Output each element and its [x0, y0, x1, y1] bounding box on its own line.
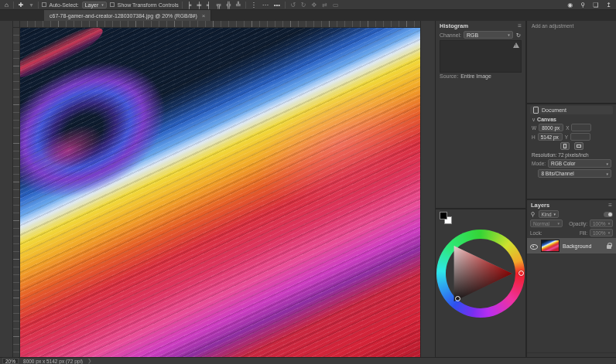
document-icon — [533, 107, 539, 114]
show-transform-label: Show Transform Controls — [118, 2, 179, 8]
width-field[interactable]: 8000 px — [539, 124, 563, 131]
hue-marker[interactable] — [518, 270, 524, 276]
align-right-edges-icon[interactable]: ╡ — [205, 2, 213, 9]
histogram-panel: Histogram ≡ Channel: RGB▾ ↻ Source: Enti… — [436, 21, 525, 208]
source-label: Source: — [440, 73, 458, 79]
resolution-text: Resolution: 72 pixels/inch — [527, 151, 616, 158]
share-icon[interactable]: ↥ — [604, 2, 613, 9]
3d-pan-icon[interactable]: ✥ — [310, 2, 319, 9]
filter-kind-dropdown[interactable]: Kind▾ — [539, 210, 560, 218]
home-icon[interactable]: ⌂ — [3, 2, 10, 9]
channel-dropdown[interactable]: RGB▾ — [464, 31, 513, 39]
warning-icon[interactable] — [513, 43, 519, 48]
show-transform-checkbox[interactable] — [110, 2, 115, 7]
canvas-image[interactable] — [20, 28, 420, 357]
canvas-area — [13, 21, 420, 357]
opacity-field[interactable]: 100%▾ — [590, 219, 613, 227]
3d-roll-icon[interactable]: ↻ — [299, 2, 308, 9]
divider — [13, 2, 14, 9]
blend-mode-value: Normal — [533, 221, 549, 226]
distribute-icons-group: ⋮⋯••• — [249, 2, 282, 9]
search-icon[interactable]: ⚲ — [579, 2, 587, 9]
y-field[interactable] — [570, 133, 590, 141]
layers-panel: Layers ≡ ⚲ Kind▾ Normal▾ Opacity: 100%▾ … — [527, 200, 616, 357]
foreground-swatch[interactable] — [440, 212, 447, 219]
collapsed-panel-dock — [420, 21, 436, 357]
fill-value: 100% — [593, 230, 606, 236]
portrait-orientation-button[interactable] — [560, 142, 570, 150]
panel-menu-icon[interactable]: ≡ — [518, 22, 522, 29]
section-chevron-icon: ∨ — [532, 117, 536, 122]
workspace-icon[interactable]: ❏ — [591, 2, 600, 9]
fill-label: Fill: — [580, 230, 587, 236]
layer-thumbnail[interactable] — [541, 240, 560, 252]
uncached-refresh-icon[interactable]: ↻ — [515, 32, 522, 39]
panel-column-middle: Histogram ≡ Channel: RGB▾ ↻ Source: Enti… — [436, 21, 527, 357]
adjustments-panel: Add an adjustment — [527, 21, 616, 103]
mode-label: Mode: — [532, 161, 546, 166]
histogram-title: Histogram — [440, 22, 468, 29]
document-tab[interactable]: c67-78-gamer-and-creator-1280307384.jpg … — [44, 10, 211, 21]
layer-locked-icon[interactable] — [607, 243, 613, 250]
blend-mode-dropdown[interactable]: Normal▾ — [530, 219, 563, 227]
account-icon[interactable]: ◉ — [566, 2, 574, 9]
properties-panel: Document ∨ Canvas W 8000 px X H 5142 px … — [527, 104, 616, 199]
paint-streak-texture — [20, 28, 420, 357]
layers-title: Layers — [531, 202, 549, 209]
vertical-ruler[interactable] — [13, 28, 20, 357]
section-label: Canvas — [537, 117, 556, 122]
auto-select-dropdown[interactable]: Layer▾ — [82, 2, 107, 9]
3d-scale-icon[interactable]: ▭ — [331, 2, 341, 9]
distribute-vertical-icon[interactable]: ⋯ — [261, 2, 270, 9]
divider — [285, 2, 286, 9]
mode-dropdown[interactable]: RGB Color▾ — [548, 159, 611, 168]
document-tab-bar: c67-78-gamer-and-creator-1280307384.jpg … — [0, 10, 616, 21]
align-vertical-centers-icon[interactable]: ╬ — [224, 2, 232, 9]
panel-menu-icon[interactable]: ≡ — [608, 202, 612, 209]
align-horizontal-centers-icon[interactable]: ╪ — [195, 2, 203, 9]
chevron-down-icon: ▾ — [101, 2, 104, 7]
search-icon: ⚲ — [530, 211, 536, 218]
auto-select-checkbox[interactable] — [42, 2, 46, 7]
sb-marker[interactable] — [455, 296, 460, 301]
y-label: Y — [565, 134, 568, 140]
align-options-icon[interactable]: ••• — [272, 2, 282, 9]
layer-name[interactable]: Background — [563, 243, 604, 249]
color-swatches[interactable] — [440, 212, 452, 224]
distribute-horizontal-icon[interactable]: ⋮ — [249, 2, 258, 9]
ruler-origin[interactable] — [13, 21, 20, 28]
filter-toggle[interactable] — [604, 212, 613, 217]
align-top-edges-icon[interactable]: ╦ — [215, 2, 223, 9]
layer-visibility-eye-icon[interactable] — [530, 243, 538, 249]
channel-value: RGB — [467, 32, 478, 38]
status-chevron-icon[interactable]: ❯ — [87, 358, 91, 364]
align-left-edges-icon[interactable]: ╞ — [186, 2, 193, 9]
chevron-down-icon: ▾ — [554, 212, 556, 216]
divider — [245, 2, 246, 9]
layer-row-background[interactable]: Background — [527, 238, 616, 253]
align-bottom-edges-icon[interactable]: ╩ — [234, 2, 242, 9]
canvas-section-header[interactable]: ∨ Canvas — [527, 115, 616, 123]
fill-field[interactable]: 100%▾ — [590, 229, 613, 236]
document-info: 8000 px x 5142 px (72 ppi) — [23, 359, 83, 364]
rgb-histogram — [440, 40, 522, 73]
photoshop-app: ⌂ ✚ ▾ Auto-Select: Layer▾ Show Transform… — [0, 0, 616, 364]
source-value[interactable]: Entire Image — [460, 73, 491, 79]
bit-depth-dropdown[interactable]: 8 Bits/Channel▾ — [538, 169, 611, 178]
height-label: H — [532, 134, 536, 140]
color-wheel[interactable] — [436, 230, 525, 318]
3d-orbit-icon[interactable]: ↺ — [289, 2, 297, 9]
horizontal-ruler[interactable] — [20, 21, 420, 28]
height-field[interactable]: 5142 px — [538, 133, 563, 141]
histogram-stats — [436, 80, 525, 82]
tool-preset-chevron-icon[interactable]: ▾ — [29, 2, 35, 9]
x-field[interactable] — [571, 124, 591, 131]
chevron-down-icon: ▾ — [606, 172, 608, 176]
landscape-orientation-button[interactable] — [574, 142, 583, 150]
close-tab-icon[interactable]: × — [202, 12, 206, 19]
zoom-level-field[interactable]: 20% — [2, 358, 19, 364]
move-tool-icon[interactable]: ✚ — [17, 2, 26, 9]
chevron-down-icon: ▾ — [557, 221, 560, 226]
adjustments-hint: Add an adjustment — [527, 21, 616, 29]
3d-slide-icon[interactable]: ⇄ — [320, 2, 329, 9]
